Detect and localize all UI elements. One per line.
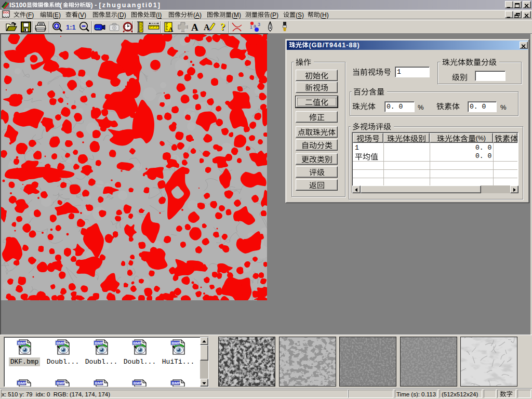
svg-text:BMP: BMP	[133, 341, 142, 345]
svg-text:BMP: BMP	[171, 341, 180, 345]
svg-text:BMP: BMP	[134, 381, 142, 385]
svg-text:BMP: BMP	[95, 381, 104, 385]
svg-text:1:1: 1:1	[66, 23, 76, 31]
svg-text:BMP: BMP	[56, 341, 65, 345]
svg-text:a: a	[254, 23, 256, 29]
svg-text:3: 3	[258, 22, 260, 27]
svg-text:BMP: BMP	[18, 341, 26, 345]
svg-text:A: A	[191, 22, 198, 33]
svg-text:BMP: BMP	[172, 381, 181, 385]
svg-text:BMP: BMP	[95, 341, 103, 345]
svg-text:DOC: DOC	[3, 11, 9, 14]
svg-text:1: 1	[250, 24, 252, 30]
svg-text:BMP: BMP	[18, 381, 27, 385]
svg-text:?: ?	[220, 21, 225, 32]
svg-text:BMP: BMP	[57, 381, 65, 385]
svg-text:A: A	[204, 23, 210, 32]
svg-text:A: A	[168, 25, 174, 33]
